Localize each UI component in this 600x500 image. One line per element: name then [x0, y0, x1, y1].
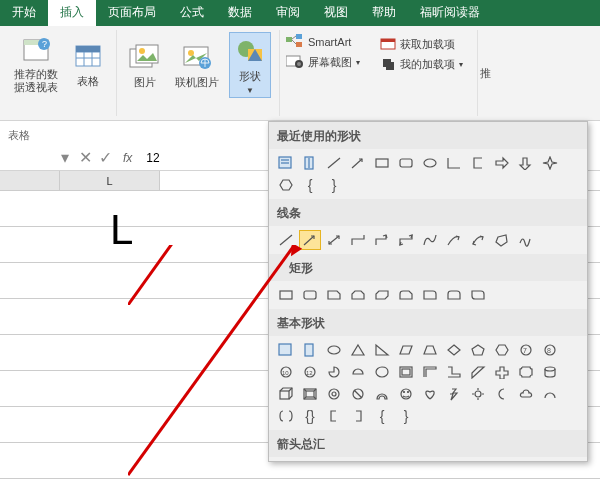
- shape-plus[interactable]: [491, 362, 513, 382]
- cancel-icon[interactable]: ✕: [75, 148, 95, 167]
- table-button[interactable]: 表格: [68, 32, 108, 96]
- shape-sun[interactable]: [467, 384, 489, 404]
- shape-dodec[interactable]: 12: [299, 362, 321, 382]
- shape-roundrect[interactable]: [299, 285, 321, 305]
- shape-snipround[interactable]: [395, 285, 417, 305]
- tab-formulas[interactable]: 公式: [168, 0, 216, 26]
- shape-diagstripe[interactable]: [467, 362, 489, 382]
- shapes-button[interactable]: 形状 ▼: [229, 32, 271, 98]
- shape-cube[interactable]: [275, 384, 297, 404]
- shape-round1[interactable]: [419, 285, 441, 305]
- tab-foxit[interactable]: 福昕阅读器: [408, 0, 492, 26]
- tab-insert[interactable]: 插入: [48, 0, 96, 26]
- shape-triangle[interactable]: [347, 340, 369, 360]
- shape-vtextbox[interactable]: [299, 153, 321, 173]
- shape-rect[interactable]: [371, 153, 393, 173]
- shape-oct[interactable]: 8: [539, 340, 561, 360]
- shape-rbracket2[interactable]: [347, 406, 369, 426]
- shape-hept[interactable]: 7: [515, 340, 537, 360]
- shape-trapezoid[interactable]: [419, 340, 441, 360]
- shape-lbrace[interactable]: {: [299, 175, 321, 195]
- tab-home[interactable]: 开始: [0, 0, 48, 26]
- shape-curve-arrow[interactable]: [443, 230, 465, 250]
- shape-dbracket[interactable]: [275, 406, 297, 426]
- shape-rbrace2[interactable]: }: [395, 406, 417, 426]
- shape-dec[interactable]: 10: [275, 362, 297, 382]
- shape-diamond[interactable]: [443, 340, 465, 360]
- shape-frame[interactable]: [395, 362, 417, 382]
- shape-snip2same[interactable]: [347, 285, 369, 305]
- shape-smiley[interactable]: [395, 384, 417, 404]
- shape-scribble[interactable]: [515, 230, 537, 250]
- shape-lbracket2[interactable]: [323, 406, 345, 426]
- tab-view[interactable]: 视图: [312, 0, 360, 26]
- shape-arrow-down[interactable]: [515, 153, 537, 173]
- shape-oval[interactable]: [419, 153, 441, 173]
- fx-icon[interactable]: fx: [115, 151, 140, 165]
- shape-halfframe[interactable]: [419, 362, 441, 382]
- shape-oval2[interactable]: [323, 340, 345, 360]
- tab-layout[interactable]: 页面布局: [96, 0, 168, 26]
- shape-elbow-double[interactable]: [395, 230, 417, 250]
- my-addins-button[interactable]: 我的加载项 ▾: [380, 56, 463, 72]
- shape-round2diag[interactable]: [467, 285, 489, 305]
- shape-cloud[interactable]: [515, 384, 537, 404]
- shape-dbrace[interactable]: {}: [299, 406, 321, 426]
- shape-moon[interactable]: [491, 384, 513, 404]
- shape-line[interactable]: [275, 230, 297, 250]
- shape-star4[interactable]: [539, 153, 561, 173]
- recommended-charts-button[interactable]: 推: [478, 30, 493, 116]
- shape-line-arrow[interactable]: [299, 230, 321, 250]
- name-box[interactable]: [0, 149, 55, 167]
- shape-parallelogram[interactable]: [395, 340, 417, 360]
- screenshot-button[interactable]: 屏幕截图 ▾: [286, 54, 360, 70]
- shape-lbracket[interactable]: [467, 153, 489, 173]
- shape-arc[interactable]: [539, 384, 561, 404]
- shape-blockarc[interactable]: [371, 384, 393, 404]
- shape-rect[interactable]: [275, 285, 297, 305]
- shape-bevel[interactable]: [299, 384, 321, 404]
- tab-review[interactable]: 审阅: [264, 0, 312, 26]
- shape-hex[interactable]: [275, 175, 297, 195]
- shape-rtriangle2[interactable]: [371, 340, 393, 360]
- shape-lbrace2[interactable]: {: [371, 406, 393, 426]
- shape-heart[interactable]: [419, 384, 441, 404]
- shape-elbow[interactable]: [347, 230, 369, 250]
- shape-rtriangle[interactable]: [443, 153, 465, 173]
- shape-elbow-arrow[interactable]: [371, 230, 393, 250]
- tab-help[interactable]: 帮助: [360, 0, 408, 26]
- shape-line[interactable]: [323, 153, 345, 173]
- shape-line-doublearrow[interactable]: [323, 230, 345, 250]
- shape-lightning[interactable]: [443, 384, 465, 404]
- shape-teardrop[interactable]: [371, 362, 393, 382]
- shape-lshape[interactable]: [443, 362, 465, 382]
- shape-textbox2[interactable]: [275, 340, 297, 360]
- shape-snip1[interactable]: [323, 285, 345, 305]
- get-addins-button[interactable]: 获取加载项: [380, 36, 463, 52]
- col-header-L[interactable]: L: [60, 171, 160, 190]
- shape-snip2diag[interactable]: [371, 285, 393, 305]
- online-pictures-button[interactable]: 联机图片: [171, 32, 223, 98]
- shape-freeform[interactable]: [491, 230, 513, 250]
- smartart-button[interactable]: SmartArt: [286, 34, 360, 50]
- shape-chord[interactable]: [347, 362, 369, 382]
- shape-textbox[interactable]: [275, 153, 297, 173]
- shape-pentagon[interactable]: [467, 340, 489, 360]
- select-all-corner[interactable]: [0, 171, 60, 190]
- shape-rbrace[interactable]: }: [323, 175, 345, 195]
- shape-plaque[interactable]: [515, 362, 537, 382]
- dropdown-icon[interactable]: ▾: [55, 148, 75, 167]
- shape-can[interactable]: [539, 362, 561, 382]
- shape-hexagon[interactable]: [491, 340, 513, 360]
- pivot-table-button[interactable]: ? 推荐的数 据透视表: [10, 32, 62, 96]
- shape-arrow-right[interactable]: [491, 153, 513, 173]
- shape-round2same[interactable]: [443, 285, 465, 305]
- tab-data[interactable]: 数据: [216, 0, 264, 26]
- pictures-button[interactable]: 图片: [125, 32, 165, 98]
- enter-icon[interactable]: ✓: [95, 148, 115, 167]
- shape-curve-double[interactable]: [467, 230, 489, 250]
- shape-donut[interactable]: [323, 384, 345, 404]
- shape-noSymbol[interactable]: [347, 384, 369, 404]
- shape-pie[interactable]: [323, 362, 345, 382]
- shape-roundrect[interactable]: [395, 153, 417, 173]
